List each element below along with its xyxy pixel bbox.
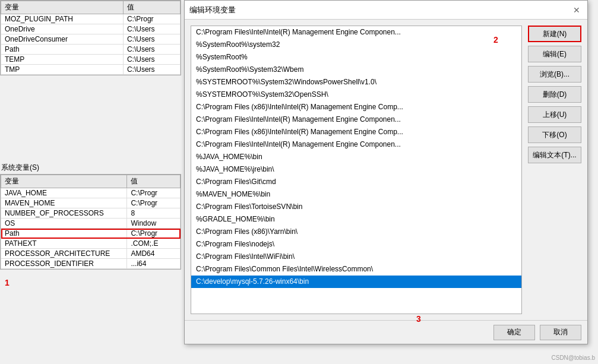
sys-var-row[interactable]: PROCESSOR_ARCHITECTUREAMD64: [1, 249, 181, 259]
path-list-item[interactable]: %MAVEN_HOME%\bin: [191, 188, 521, 201]
sys-var-name: OS: [1, 219, 127, 229]
sys-vars-table-container: 变量 值 JAVA_HOMEC:\ProgrMAVEN_HOMEC:\Progr…: [0, 174, 181, 270]
browse-button[interactable]: 浏览(B)...: [528, 66, 581, 83]
move-down-button[interactable]: 下移(O): [528, 126, 581, 143]
sys-var-name: MAVEN_HOME: [1, 198, 127, 208]
sys-var-value: 8: [127, 208, 181, 219]
sys-var-name: JAVA_HOME: [1, 188, 127, 198]
user-var-name: Path: [1, 45, 124, 55]
move-up-button[interactable]: 上移(U): [528, 106, 581, 123]
path-list-item[interactable]: C:\Program Files\Git\cmd: [191, 176, 521, 188]
badge-3: 3: [416, 314, 421, 324]
sys-var-name: Path: [1, 229, 127, 239]
edit-text-button[interactable]: 编辑文本(T)...: [528, 147, 581, 163]
user-var-value: C:\Users: [123, 34, 180, 45]
user-var-value: C:\Users: [123, 45, 180, 55]
user-vars-table: 变量 值 MOZ_PLUGIN_PATHC:\ProgrOneDriveC:\U…: [1, 1, 181, 75]
path-list-container[interactable]: C:\Program Files\Intel\Intel(R) Manageme…: [191, 26, 522, 314]
dialog-buttons: 新建(N) 编辑(E) 浏览(B)... 删除(D) 上移(U) 下移(O) 编…: [528, 26, 581, 314]
sys-var-name: NUMBER_OF_PROCESSORS: [1, 208, 127, 219]
user-var-value: C:\Progr: [123, 14, 180, 24]
dialog-footer: 确定 取消: [185, 320, 587, 344]
sys-val-col-header: 值: [127, 175, 181, 188]
path-list-item[interactable]: %SYSTEMROOT%\System32\OpenSSH\: [191, 88, 521, 101]
user-vars-section: 变量 值 MOZ_PLUGIN_PATHC:\ProgrOneDriveC:\U…: [0, 0, 181, 160]
path-list-item[interactable]: %JAVA_HOME%\jre\bin\: [191, 163, 521, 176]
path-list-item[interactable]: C:\Program Files\TortoiseSVN\bin: [191, 201, 521, 213]
sys-var-row[interactable]: NUMBER_OF_PROCESSORS8: [1, 208, 181, 219]
sys-var-value: C:\Progr: [127, 198, 181, 208]
sys-var-value: .COM;.E: [127, 239, 181, 249]
watermark: CSDN@tobias.b: [551, 354, 595, 361]
path-list-item[interactable]: %GRADLE_HOME%\bin: [191, 213, 521, 226]
confirm-button[interactable]: 确定: [493, 325, 535, 340]
sys-var-value: C:\Progr: [127, 229, 181, 239]
user-var-value: C:\Users: [123, 65, 180, 75]
sys-var-row[interactable]: OSWindow: [1, 219, 181, 229]
user-var-name: MOZ_PLUGIN_PATH: [1, 14, 124, 24]
badge-2: 2: [493, 35, 498, 45]
dialog-title: 编辑环境变量: [189, 5, 236, 15]
user-val-col-header: 值: [123, 1, 180, 14]
sys-var-row[interactable]: PROCESSOR_IDENTIFIER...i64: [1, 259, 181, 269]
dialog-body: C:\Program Files\Intel\Intel(R) Manageme…: [185, 20, 587, 320]
sys-vars-table: 变量 值 JAVA_HOMEC:\ProgrMAVEN_HOMEC:\Progr…: [1, 175, 181, 269]
user-var-name: TMP: [1, 65, 124, 75]
sys-var-value: C:\Progr: [127, 188, 181, 198]
path-list-item[interactable]: %SystemRoot%\System32\Wbem: [191, 64, 521, 76]
path-list-item[interactable]: C:\Program Files\Intel\WiFi\bin\: [191, 251, 521, 263]
delete-button[interactable]: 删除(D): [528, 86, 581, 103]
path-list-item[interactable]: %JAVA_HOME%\bin: [191, 151, 521, 163]
user-var-name: OneDriveConsumer: [1, 34, 124, 45]
path-list-item[interactable]: C:\Program Files\Intel\Intel(R) Manageme…: [191, 113, 521, 126]
user-var-value: C:\Users: [123, 24, 180, 34]
sys-var-name: PROCESSOR_ARCHITECTURE: [1, 249, 127, 259]
path-list-item[interactable]: C:\Program Files\nodejs\: [191, 238, 521, 251]
path-list-item[interactable]: C:\develop\mysql-5.7.26-winx64\bin: [191, 276, 521, 288]
user-var-col-header: 变量: [1, 1, 124, 14]
path-list-item[interactable]: C:\Program Files\Intel\Intel(R) Manageme…: [191, 26, 521, 39]
sys-var-row[interactable]: PATHEXT.COM;.E: [1, 239, 181, 249]
sys-var-row[interactable]: JAVA_HOMEC:\Progr: [1, 188, 181, 198]
user-var-row[interactable]: PathC:\Users: [1, 45, 181, 55]
user-var-name: OneDrive: [1, 24, 124, 34]
path-list-item[interactable]: C:\Program Files (x86)\Yarn\bin\: [191, 226, 521, 238]
user-var-row[interactable]: OneDriveConsumerC:\Users: [1, 34, 181, 45]
sys-var-value: ...i64: [127, 259, 181, 269]
path-list-item[interactable]: %SYSTEMROOT%\System32\WindowsPowerShell\…: [191, 76, 521, 88]
sys-var-row[interactable]: PathC:\Progr: [1, 229, 181, 239]
badge-1: 1: [5, 278, 10, 287]
edit-button[interactable]: 编辑(E): [528, 46, 581, 62]
close-button[interactable]: ✕: [571, 4, 583, 16]
sys-var-value: Window: [127, 219, 181, 229]
user-var-name: TEMP: [1, 55, 124, 65]
user-var-row[interactable]: TEMPC:\Users: [1, 55, 181, 65]
user-var-value: C:\Users: [123, 55, 180, 65]
path-list-item[interactable]: %SystemRoot%: [191, 51, 521, 64]
user-var-row[interactable]: TMPC:\Users: [1, 65, 181, 75]
path-list-item[interactable]: %SystemRoot%\system32: [191, 39, 521, 51]
user-var-row[interactable]: OneDriveC:\Users: [1, 24, 181, 34]
sys-var-row[interactable]: MAVEN_HOMEC:\Progr: [1, 198, 181, 208]
path-list-item[interactable]: C:\Program Files\Intel\Intel(R) Manageme…: [191, 138, 521, 151]
sys-var-value: AMD64: [127, 249, 181, 259]
user-var-row[interactable]: MOZ_PLUGIN_PATHC:\Progr: [1, 14, 181, 24]
dialog-titlebar: 编辑环境变量 ✕: [185, 1, 587, 20]
sys-var-name: PATHEXT: [1, 239, 127, 249]
edit-dialog: 编辑环境变量 ✕ C:\Program Files\Intel\Intel(R)…: [184, 0, 588, 344]
sys-var-name: PROCESSOR_IDENTIFIER: [1, 259, 127, 269]
sys-var-col-header: 变量: [1, 175, 127, 188]
left-panel: 变量 值 MOZ_PLUGIN_PATHC:\ProgrOneDriveC:\U…: [0, 0, 181, 364]
user-vars-table-container: 变量 值 MOZ_PLUGIN_PATHC:\ProgrOneDriveC:\U…: [0, 0, 181, 75]
path-list-item[interactable]: C:\Program Files (x86)\Intel\Intel(R) Ma…: [191, 126, 521, 138]
path-list-item[interactable]: C:\Program Files\Common Files\Intel\Wire…: [191, 263, 521, 276]
new-button[interactable]: 新建(N): [528, 26, 581, 42]
sys-vars-section: 系统变量(S) 变量 值 JAVA_HOMEC:\ProgrMAVEN_HOME…: [0, 160, 181, 364]
sys-vars-label: 系统变量(S): [0, 160, 181, 174]
cancel-button[interactable]: 取消: [540, 325, 581, 340]
path-list-item[interactable]: C:\Program Files (x86)\Intel\Intel(R) Ma…: [191, 101, 521, 113]
